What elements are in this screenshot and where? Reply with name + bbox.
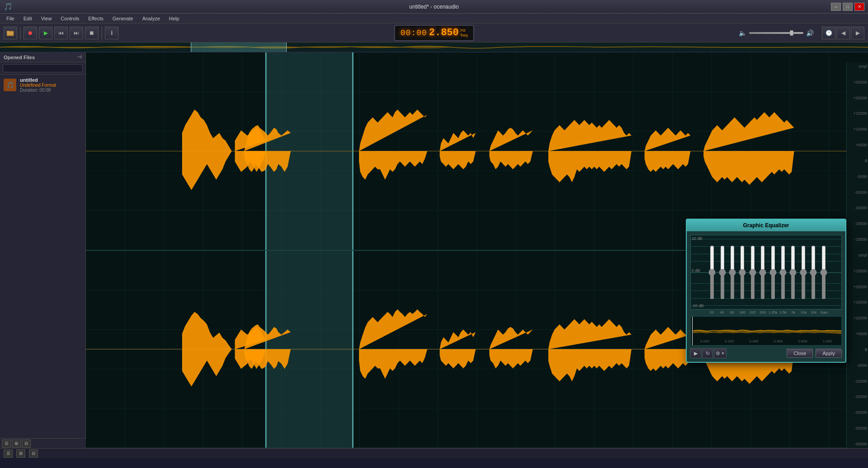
eq-close-button[interactable]: Close [787, 349, 813, 358]
eq-slider-80-input[interactable] [729, 245, 736, 300]
eq-freq-1250: 1.25k [769, 310, 778, 314]
play-button[interactable]: ▶ [39, 27, 52, 39]
y-label-smpl-top: smpl [848, 64, 867, 69]
eq-slider-2500 [780, 235, 786, 309]
y-label-0: 0 [848, 159, 867, 163]
menu-controls[interactable]: Controls [56, 15, 84, 22]
eq-slider-20k [810, 235, 816, 309]
eq-freq-labels: 20 40 80 160 315 630 1.25k 2.5k 5k 10k 2… [690, 310, 842, 314]
eq-titlebar: Graphic Equalizer [687, 220, 845, 231]
eq-gear-arrow-icon: ▼ [721, 351, 725, 356]
eq-freq-20k: 20k [809, 310, 818, 314]
eq-slider-5k-input[interactable] [790, 245, 796, 300]
eq-body: 20 dB 0 dB -20 dB [687, 231, 845, 362]
file-info: untitled Undefined Format Duration: 00:0… [20, 77, 56, 93]
back-button[interactable]: ⏮ [54, 27, 68, 39]
volume-thumb[interactable] [790, 30, 793, 36]
eq-dialog: Graphic Equalizer 20 dB 0 dB -20 dB [686, 219, 846, 363]
file-duration: Duration: 00:08 [20, 88, 56, 93]
eq-slider-20-input[interactable] [709, 245, 715, 300]
status-list-icon[interactable]: ☰ [4, 449, 13, 458]
stop-button[interactable]: ⏹ [85, 27, 99, 39]
list-view-button[interactable]: ☰ [2, 440, 11, 448]
menu-file[interactable]: File [2, 15, 19, 22]
window-controls: – □ ✕ [831, 3, 864, 11]
volume-low-icon: 🔈 [739, 29, 746, 37]
eq-slider-1250 [770, 235, 776, 309]
eq-slider-630-input[interactable] [760, 245, 766, 300]
volume-slider[interactable] [749, 32, 803, 34]
y-label-m5000-2: -5000 [848, 363, 867, 368]
sidebar-header: Opened Files ⊣ [0, 52, 85, 62]
file-name: untitled [20, 77, 56, 83]
arrow-right-button[interactable]: ▶ [851, 27, 864, 39]
eq-apply-button[interactable]: Apply [816, 349, 842, 358]
menu-help[interactable]: Help [165, 15, 184, 22]
search-input[interactable] [3, 64, 83, 72]
arrow-left-button[interactable]: ◀ [836, 27, 850, 39]
eq-settings-button[interactable]: ⚙ ▼ [714, 348, 726, 358]
eq-freq-10k: 10k [799, 310, 808, 314]
eq-slider-1250-input[interactable] [770, 245, 776, 300]
eq-freq-5k: 5k [789, 310, 798, 314]
eq-freq-80: 80 [727, 310, 736, 314]
title-bar: 🎵 untitled* - ocenaudio – □ ✕ [0, 0, 868, 14]
status-bar: ☰ ⊞ ⊟ [0, 448, 868, 458]
y-label-p5000-2: +5000 [848, 332, 867, 336]
clock-button[interactable]: 🕐 [822, 27, 835, 39]
detail-view-button[interactable]: ⊟ [22, 440, 31, 448]
sidebar-search [0, 62, 85, 75]
minimize-button[interactable]: – [831, 3, 841, 11]
eq-loop-button[interactable]: ↻ [702, 348, 713, 358]
y-label-p10000: +10000 [848, 127, 867, 131]
eq-time-800: 0.800 [798, 339, 807, 343]
eq-slider-160-input[interactable] [739, 245, 745, 300]
folder-button[interactable] [4, 27, 17, 39]
y-label-0-2: 0 [848, 347, 867, 352]
eq-slider-gain-input[interactable] [821, 245, 827, 300]
y-label-m25000-2: -25000 [848, 426, 867, 431]
forward-button[interactable]: ⏭ [70, 27, 83, 39]
eq-slider-315-input[interactable] [750, 245, 756, 300]
status-grid-icon[interactable]: ⊞ [16, 449, 25, 458]
y-label-p20000: +20000 [848, 96, 867, 100]
record-button[interactable]: ⏺ [24, 27, 37, 39]
info-button[interactable]: ℹ [105, 27, 118, 39]
y-label-m25000: -25000 [848, 237, 867, 242]
eq-transport: ▶ ↻ ⚙ ▼ [690, 348, 726, 358]
overview-strip [0, 42, 868, 52]
eq-play-button[interactable]: ▶ [690, 348, 701, 358]
eq-slider-2500-input[interactable] [780, 245, 786, 300]
grid-view-button[interactable]: ⊞ [12, 440, 21, 448]
eq-sliders-container [691, 235, 841, 309]
eq-time-0: 0.000 [700, 339, 709, 343]
close-button[interactable]: ✕ [854, 3, 864, 11]
timer-display: 00:00 2.850 Hz freq [394, 25, 474, 41]
volume-control: 🔈 🔊 [739, 29, 814, 37]
y-label-m10000: -10000 [848, 190, 867, 195]
menu-effects[interactable]: Effects [84, 15, 108, 22]
menu-edit[interactable]: Edit [19, 15, 37, 22]
eq-time-400: 0.400 [749, 339, 758, 343]
y-label-m10000-2: -10000 [848, 379, 867, 384]
timer-hz: Hz freq [461, 28, 468, 38]
y-label-p20000-2: +20000 [848, 285, 867, 289]
eq-freq-630: 630 [758, 310, 767, 314]
menu-generate[interactable]: Generate [108, 15, 138, 22]
menu-analyze[interactable]: Analyze [138, 15, 165, 22]
eq-title: Graphic Equalizer [743, 222, 789, 229]
y-axis: smpl +25000 +20000 +15000 +10000 +5000 0… [846, 62, 868, 448]
status-detail-icon[interactable]: ⊟ [29, 449, 38, 458]
eq-slider-40-input[interactable] [719, 245, 726, 300]
file-item[interactable]: 🎵 untitled Undefined Format Duration: 00… [0, 75, 85, 95]
eq-slider-20k-input[interactable] [810, 245, 816, 300]
eq-slider-10k-input[interactable] [800, 245, 807, 300]
y-label-m15000: -15000 [848, 206, 867, 210]
sidebar: Opened Files ⊣ 🎵 untitled Undefined Form… [0, 52, 86, 448]
maximize-button[interactable]: □ [843, 3, 853, 11]
eq-slider-630 [760, 235, 766, 309]
eq-mini-timeline: 0.000 0.200 0.400 0.600 0.800 1.000 [691, 339, 841, 343]
eq-time-200: 0.200 [725, 339, 734, 343]
timer-time: 00:00 [401, 28, 427, 37]
menu-view[interactable]: View [37, 15, 57, 22]
